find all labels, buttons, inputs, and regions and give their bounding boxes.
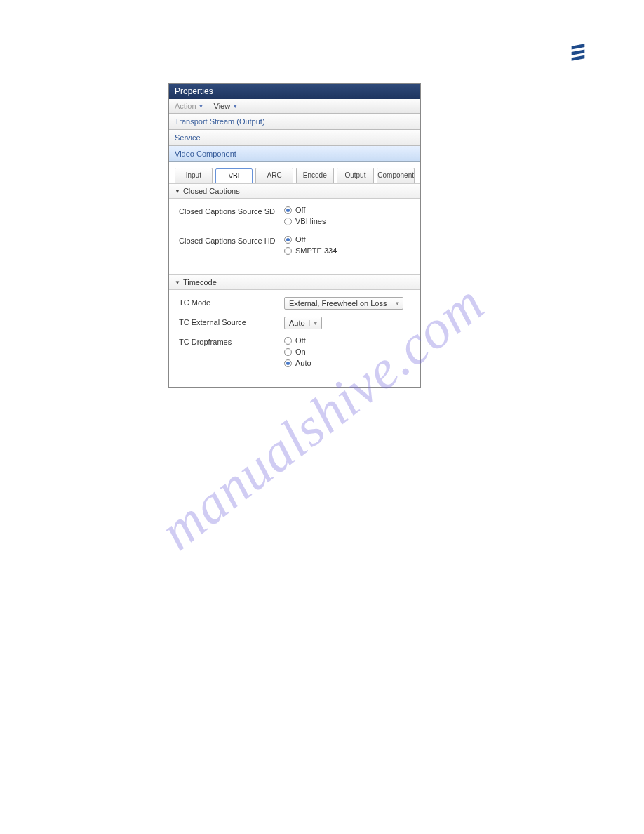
tab-vbi[interactable]: VBI	[215, 168, 253, 183]
chevron-down-icon: ▼	[309, 320, 318, 326]
tc-ext-select[interactable]: Auto ▼	[284, 317, 322, 329]
menu-action[interactable]: Action ▼	[175, 102, 204, 110]
radio-tc-drop-on-label: On	[295, 348, 306, 356]
tab-component[interactable]: Component	[377, 168, 415, 183]
radio-tc-drop-off-label: Off	[295, 336, 305, 345]
tc-mode-label: TC Mode	[179, 297, 284, 307]
section-closed-captions-body: Closed Captions Source SD Off VBI lines …	[169, 199, 420, 274]
radio-cc-sd-vbi-label: VBI lines	[295, 217, 326, 225]
menu-view-label: View	[214, 102, 231, 110]
crumb-video-component[interactable]: Video Component	[169, 146, 420, 162]
tc-ext-label: TC External Source	[179, 317, 284, 326]
cc-hd-label: Closed Captions Source HD	[179, 235, 284, 245]
radio-cc-sd-off-label: Off	[295, 206, 305, 214]
radio-tc-drop-off[interactable]	[284, 337, 292, 345]
radio-cc-hd-off-label: Off	[295, 235, 305, 244]
collapse-icon: ▼	[175, 279, 180, 286]
section-title: Timecode	[183, 278, 217, 286]
section-timecode-header[interactable]: ▼ Timecode	[169, 274, 420, 290]
radio-tc-drop-auto[interactable]	[284, 359, 292, 367]
crumb-transport-stream[interactable]: Transport Stream (Output)	[169, 114, 420, 130]
chevron-down-icon: ▼	[199, 103, 204, 110]
tc-mode-value: External, Freewheel on Loss	[289, 299, 387, 307]
properties-panel: Properties Action ▼ View ▼ Transport Str…	[168, 83, 421, 388]
radio-cc-hd-smpte-label: SMPTE 334	[295, 246, 337, 255]
tc-drop-label: TC Dropframes	[179, 336, 284, 346]
collapse-icon: ▼	[175, 188, 180, 194]
radio-cc-sd-vbi[interactable]	[284, 218, 292, 225]
tc-mode-select[interactable]: External, Freewheel on Loss ▼	[284, 297, 403, 310]
tc-ext-value: Auto	[289, 319, 305, 327]
crumb-service[interactable]: Service	[169, 130, 420, 146]
tabs-row: Input VBI ARC Encode Output Component	[169, 162, 420, 183]
tab-input[interactable]: Input	[175, 168, 213, 183]
cc-sd-label: Closed Captions Source SD	[179, 206, 284, 216]
section-closed-captions-header[interactable]: ▼ Closed Captions	[169, 183, 420, 199]
tab-arc[interactable]: ARC	[255, 168, 293, 183]
brand-logo	[568, 42, 588, 63]
chevron-down-icon: ▼	[232, 103, 238, 110]
radio-tc-drop-on[interactable]	[284, 348, 292, 356]
section-title: Closed Captions	[183, 187, 240, 195]
section-timecode-body: TC Mode External, Freewheel on Loss ▼ TC…	[169, 290, 420, 387]
radio-cc-sd-off[interactable]	[284, 206, 292, 214]
tab-encode[interactable]: Encode	[296, 168, 334, 183]
panel-title: Properties	[169, 84, 420, 99]
radio-cc-hd-smpte[interactable]	[284, 247, 292, 255]
tab-output[interactable]: Output	[337, 168, 375, 183]
panel-menubar: Action ▼ View ▼	[169, 99, 420, 114]
menu-view[interactable]: View ▼	[214, 102, 239, 110]
radio-cc-hd-off[interactable]	[284, 236, 292, 244]
radio-tc-drop-auto-label: Auto	[295, 359, 311, 367]
menu-action-label: Action	[175, 102, 196, 110]
chevron-down-icon: ▼	[391, 300, 400, 307]
